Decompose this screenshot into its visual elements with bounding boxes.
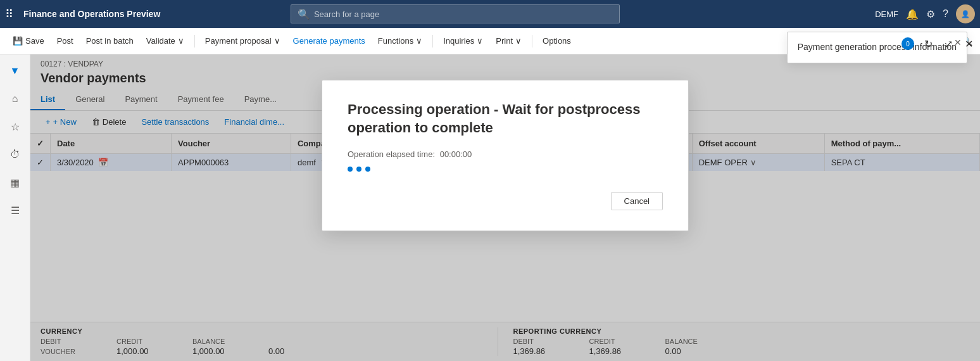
dot-3	[365, 167, 370, 172]
sidebar-list-icon[interactable]: ☰	[4, 199, 27, 222]
toolbar-divider-2	[432, 35, 433, 48]
sidebar-home-icon[interactable]: ⌂	[4, 87, 27, 110]
top-navigation: ⠿ Finance and Operations Preview 🔍 DEMF …	[0, 0, 980, 28]
main-content: 00127 : VENDPAY Vendor payments List Gen…	[30, 54, 980, 361]
help-icon[interactable]: ?	[943, 8, 948, 20]
window-controls: 0 ↻ ⤢ ✕	[901, 35, 977, 53]
avatar[interactable]: 👤	[956, 4, 975, 23]
generate-payments-button[interactable]: Generate payments	[288, 34, 370, 48]
refresh-button[interactable]: ↻	[919, 35, 937, 53]
save-icon: 💾	[13, 36, 23, 46]
sidebar-calendar-icon[interactable]: ▦	[4, 171, 27, 194]
toolbar-divider-3	[532, 35, 532, 48]
print-chevron-icon: ∨	[515, 36, 522, 46]
avatar-initials: 👤	[961, 10, 970, 18]
left-sidebar: ▼ ⌂ ☆ ⏱ ▦ ☰	[0, 54, 30, 361]
print-button[interactable]: Print ∨	[491, 34, 527, 48]
search-icon: 🔍	[298, 8, 310, 20]
save-button[interactable]: 💾 Save	[8, 34, 49, 48]
main-layout: ▼ ⌂ ☆ ⏱ ▦ ☰ 00127 : VENDPAY Vendor payme…	[0, 54, 980, 361]
dot-2	[356, 167, 361, 172]
functions-button[interactable]: Functions ∨	[373, 34, 427, 48]
sidebar-filter-icon[interactable]: ▼	[4, 60, 27, 82]
inquiries-chevron-icon: ∨	[477, 36, 483, 46]
nav-icons: DEMF 🔔 ⚙ ? 👤	[875, 4, 975, 23]
sidebar-clock-icon[interactable]: ⏱	[4, 143, 27, 166]
expand-button[interactable]: ⤢	[939, 35, 957, 53]
cancel-button[interactable]: Cancel	[611, 192, 663, 210]
gear-icon[interactable]: ⚙	[926, 8, 935, 20]
payment-proposal-button[interactable]: Payment proposal ∨	[200, 34, 286, 48]
bell-icon[interactable]: 🔔	[906, 8, 919, 20]
post-in-batch-button[interactable]: Post in batch	[81, 34, 139, 48]
options-button[interactable]: Options	[537, 34, 576, 48]
modal-overlay: Processing operation - Wait for postproc…	[30, 54, 980, 361]
loading-dots	[348, 167, 663, 172]
search-input[interactable]	[314, 10, 613, 19]
notification-badge[interactable]: 0	[901, 37, 914, 50]
processing-modal: Processing operation - Wait for postproc…	[322, 80, 689, 231]
modal-actions: Cancel	[348, 192, 663, 210]
username-label: DEMF	[875, 10, 898, 19]
modal-elapsed: Operation elapsed time: 00:00:00	[348, 149, 663, 159]
payment-proposal-chevron-icon: ∨	[274, 36, 280, 46]
dot-1	[348, 167, 353, 172]
validate-button[interactable]: Validate ∨	[141, 34, 189, 48]
close-panel-button[interactable]: ✕	[960, 35, 977, 53]
toolbar-divider-1	[194, 35, 195, 48]
post-button[interactable]: Post	[52, 34, 79, 48]
validate-chevron-icon: ∨	[178, 36, 184, 46]
search-bar[interactable]: 🔍	[291, 4, 620, 23]
waffle-icon[interactable]: ⠿	[5, 7, 13, 21]
functions-chevron-icon: ∨	[416, 36, 422, 46]
sidebar-star-icon[interactable]: ☆	[4, 115, 27, 138]
inquiries-button[interactable]: Inquiries ∨	[438, 34, 488, 48]
app-title: Finance and Operations Preview	[23, 9, 160, 19]
modal-title: Processing operation - Wait for postproc…	[348, 101, 663, 137]
